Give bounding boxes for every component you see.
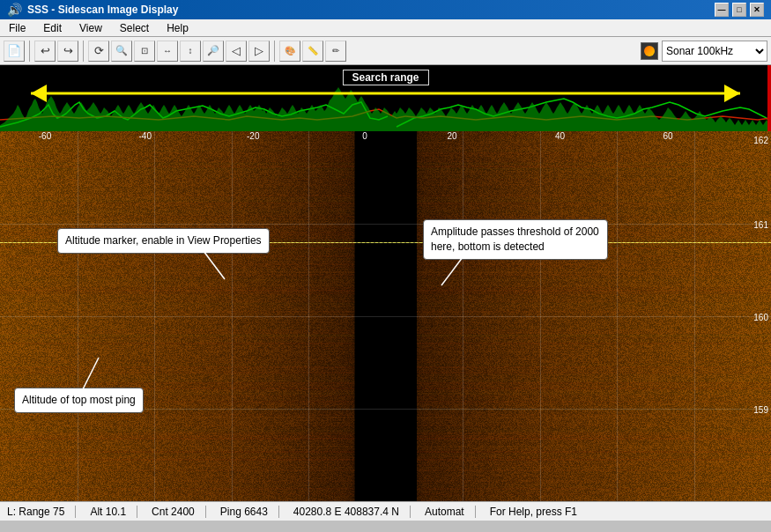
- close-button[interactable]: ✕: [750, 3, 764, 17]
- status-help: For Help, press F1: [490, 506, 588, 518]
- arrow-line: [31, 92, 740, 95]
- sep1: [29, 41, 30, 62]
- sonar-icon: [641, 42, 658, 60]
- status-mode: Automat: [425, 506, 476, 518]
- zoom-out-button[interactable]: 🔎: [203, 41, 224, 62]
- scale-top-60: 60: [664, 131, 673, 141]
- menu-select[interactable]: Select: [115, 20, 154, 36]
- svg-line-3: [198, 244, 225, 279]
- callout-tail-2: [441, 250, 486, 290]
- arrow-left: [31, 85, 47, 102]
- prev-button[interactable]: ◁: [226, 41, 247, 62]
- redo-button[interactable]: ↪: [57, 41, 78, 62]
- window-title: SSS - Sidescan Image Display: [27, 4, 715, 16]
- callout-amplitude-threshold: Amplitude passes threshold of 2000 here,…: [423, 219, 608, 260]
- title-bar: 🔊 SSS - Sidescan Image Display — □ ✕: [0, 0, 771, 19]
- app-icon: 🔊: [7, 3, 22, 17]
- zoom-fit-button[interactable]: ⊡: [134, 41, 155, 62]
- svg-line-5: [81, 358, 99, 393]
- scale-top-0: 0: [362, 131, 367, 141]
- status-count: Cnt 2400: [152, 506, 206, 518]
- maximize-button[interactable]: □: [732, 3, 746, 17]
- status-altitude: Alt 10.1: [90, 506, 137, 518]
- refresh-button[interactable]: ⟳: [88, 41, 109, 62]
- sonar-selector[interactable]: Sonar 100kHz Sonar 400kHz Sonar 900kHz: [641, 41, 767, 62]
- sonar-dropdown[interactable]: Sonar 100kHz Sonar 400kHz Sonar 900kHz: [662, 41, 767, 62]
- zoom-in-button[interactable]: 🔍: [111, 41, 132, 62]
- scale-161: 161: [753, 220, 768, 230]
- status-bar: L: Range 75 Alt 10.1 Cnt 2400 Ping 6643 …: [0, 501, 771, 521]
- scale-162: 162: [753, 136, 768, 145]
- red-edge-right: [767, 65, 771, 131]
- sep3: [274, 41, 275, 62]
- menu-view[interactable]: View: [74, 20, 107, 36]
- grid-h-2: [0, 316, 771, 317]
- settings-button[interactable]: 🎨: [279, 41, 300, 62]
- status-ping: Ping 6643: [220, 506, 279, 518]
- sonar-waterfall: 162 161 160 159 -60 -40 -20 0 20 40 60 A…: [0, 131, 771, 501]
- scale-159: 159: [753, 405, 768, 415]
- toolbar: 📄 ↩ ↪ ⟳ 🔍 ⊡ ↔ ↕ 🔎 ◁ ▷ 🎨 📏 ✏ Sonar 100kHz…: [0, 37, 771, 65]
- search-range-label: Search range: [342, 70, 428, 85]
- zoom-width-button[interactable]: ↔: [157, 41, 178, 62]
- callout-altitude-marker: Altitude marker, enable in View Properti…: [57, 228, 270, 254]
- scale-top--40: -40: [139, 131, 152, 141]
- amplitude-header: Search range: [0, 65, 771, 131]
- status-position: 40280.8 E 408837.4 N: [293, 506, 411, 518]
- undo-button[interactable]: ↩: [34, 41, 56, 62]
- grid-h-1: [0, 224, 771, 225]
- status-range: L: Range 75: [7, 506, 76, 518]
- zoom-height-button[interactable]: ↕: [180, 41, 201, 62]
- main-display: Search range 162 161 160 159: [0, 65, 771, 501]
- scale-160: 160: [753, 313, 768, 322]
- menu-bar: File Edit View Select Help: [0, 19, 771, 37]
- menu-help[interactable]: Help: [161, 20, 194, 36]
- scale-top-20: 20: [448, 131, 457, 141]
- next-button[interactable]: ▷: [248, 41, 270, 62]
- scale-top--20: -20: [247, 131, 259, 141]
- window-controls: — □ ✕: [715, 3, 764, 17]
- callout-tail-3: [81, 358, 116, 393]
- arrow-right: [724, 85, 740, 102]
- search-range-arrow: [31, 85, 740, 101]
- measure-button[interactable]: 📏: [302, 41, 323, 62]
- svg-line-4: [441, 250, 468, 285]
- menu-file[interactable]: File: [4, 20, 31, 36]
- annotate-button[interactable]: ✏: [325, 41, 346, 62]
- callout-top-ping: Altitude of top most ping: [14, 388, 144, 413]
- scale-top--60: -60: [39, 131, 51, 141]
- scale-top-40: 40: [555, 131, 565, 141]
- new-button[interactable]: 📄: [4, 41, 25, 62]
- callout-tail-1: [198, 244, 242, 288]
- menu-edit[interactable]: Edit: [38, 20, 67, 36]
- minimize-button[interactable]: —: [715, 3, 729, 17]
- sep2: [83, 41, 84, 62]
